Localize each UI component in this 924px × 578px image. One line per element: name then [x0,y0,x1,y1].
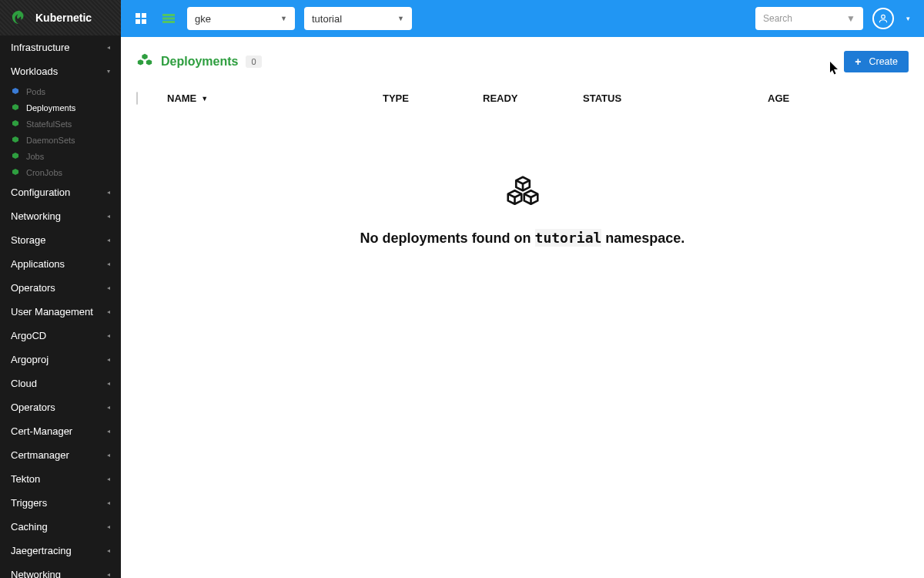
nav-group-label: Storage [11,234,46,246]
nav-group-storage[interactable]: Storage◂ [0,228,121,252]
empty-state-message: No deployments found on tutorial namespa… [360,230,685,247]
chevron-left-icon: ◂ [107,237,110,244]
empty-state-icon [501,170,544,216]
nav-group-tekton[interactable]: Tekton◂ [0,467,121,491]
sidebar: Kubernetic Infrastructure◂Workloads▾Pods… [0,0,121,578]
nav-group-label: Infrastructure [11,42,70,53]
nav-item-deployments[interactable]: Deployments [0,99,121,116]
dashboard-icon[interactable] [132,9,150,28]
namespace-select[interactable]: tutorial ▼ [304,7,412,30]
column-name-label: NAME [167,92,196,104]
nav-group-label: Workloads [11,66,58,77]
nav-group-networking[interactable]: Networking◂ [0,563,121,578]
resource-count-badge: 0 [246,55,261,68]
table-header: NAME ▼ TYPE READY STATUS AGE [136,88,909,109]
nav-item-jobs[interactable]: Jobs [0,148,121,164]
svg-point-7 [882,15,886,18]
nav-item-label: Deployments [26,103,75,113]
nav-group-infrastructure[interactable]: Infrastructure◂ [0,35,121,59]
brand-logo-icon [11,9,28,26]
sort-caret-icon: ▼ [201,95,208,102]
nav-item-statefulsets[interactable]: StatefulSets [0,116,121,132]
nav-item-daemonsets[interactable]: DaemonSets [0,132,121,148]
chevron-left-icon: ◂ [107,213,110,220]
chevron-left-icon: ◂ [107,332,110,339]
chevron-left-icon: ◂ [107,523,110,530]
page-title: Deployments [161,55,238,69]
create-button-label: Create [869,56,898,67]
nav-group-workloads[interactable]: Workloads▾ [0,59,121,83]
svg-rect-5 [162,18,175,20]
chevron-left-icon: ◂ [107,380,110,387]
create-button[interactable]: + Create [844,51,909,72]
svg-rect-4 [162,14,175,16]
nav-group-certmanager[interactable]: Certmanager◂ [0,443,121,467]
nav-item-label: CronJobs [26,168,62,177]
chevron-left-icon: ◂ [107,499,110,506]
column-ready[interactable]: READY [483,92,583,104]
caret-down-icon: ▼ [846,13,855,24]
empty-prefix: No deployments found on [360,230,535,246]
status-ok-icon[interactable] [159,9,178,28]
chevron-left-icon: ◂ [107,571,110,578]
chevron-left-icon: ◂ [107,547,110,554]
plus-icon: + [855,56,861,67]
svg-rect-6 [162,21,175,23]
nav-item-label: Pods [26,87,45,96]
nav-group-cloud[interactable]: Cloud◂ [0,371,121,395]
job-icon [11,152,20,161]
nav-group-label: Networking [11,569,61,578]
nav-group-configuration[interactable]: Configuration◂ [0,180,121,204]
context-select[interactable]: gke ▼ [187,7,295,30]
nav-group-applications[interactable]: Applications◂ [0,252,121,276]
column-type[interactable]: TYPE [383,92,483,104]
user-avatar-icon[interactable] [872,8,894,29]
cronjob-icon [11,168,20,177]
nav-group-networking[interactable]: Networking◂ [0,204,121,228]
chevron-left-icon: ◂ [107,404,110,411]
nav-group-label: Triggers [11,497,47,509]
nav-item-label: DaemonSets [26,136,75,145]
select-all-checkbox[interactable] [136,92,138,105]
nav-group-label: Applications [11,258,65,270]
search-input[interactable]: Search ▼ [755,7,863,30]
pod-icon [11,87,20,96]
nav-group-label: Operators [11,402,55,413]
nav-group-label: User Management [11,306,93,318]
search-placeholder: Search [763,13,792,24]
column-name[interactable]: NAME ▼ [167,92,383,104]
svg-rect-0 [136,13,140,18]
topbar: gke ▼ tutorial ▼ Search ▼ ▾ [121,0,924,37]
nav-group-label: Networking [11,210,61,222]
nav-item-label: Jobs [26,152,44,161]
nav-group-triggers[interactable]: Triggers◂ [0,491,121,515]
chevron-left-icon: ◂ [107,308,110,315]
empty-namespace: tutorial [535,229,602,247]
nav-group-cert-manager[interactable]: Cert-Manager◂ [0,419,121,443]
chevron-down-icon: ▾ [107,68,110,75]
nav-group-argoproj[interactable]: Argoproj◂ [0,348,121,371]
nav-group-operators[interactable]: Operators◂ [0,276,121,300]
nav-group-label: Argoproj [11,354,49,365]
user-menu-caret[interactable]: ▾ [903,15,913,22]
nav-item-pods[interactable]: Pods [0,83,121,99]
nav-group-user-management[interactable]: User Management◂ [0,300,121,324]
svg-rect-1 [142,13,146,18]
namespace-select-value: tutorial [312,13,342,25]
chevron-left-icon: ◂ [107,452,110,459]
nav-item-cronjobs[interactable]: CronJobs [0,164,121,180]
content: Deployments 0 + Create NAME ▼ TYPE READY… [121,37,924,578]
brand: Kubernetic [0,0,121,35]
nav-group-caching[interactable]: Caching◂ [0,515,121,539]
column-status[interactable]: STATUS [583,92,768,104]
nav-group-label: Cert-Manager [11,425,72,437]
stateful-icon [11,119,20,129]
chevron-left-icon: ◂ [107,260,110,267]
nav-item-label: StatefulSets [26,119,72,129]
nav-group-argocd[interactable]: ArgoCD◂ [0,324,121,348]
nav-group-operators[interactable]: Operators◂ [0,395,121,419]
column-age[interactable]: AGE [768,92,909,104]
caret-down-icon: ▼ [280,15,287,22]
nav-group-jaegertracing[interactable]: Jaegertracing◂ [0,539,121,563]
brand-name: Kubernetic [35,12,92,24]
